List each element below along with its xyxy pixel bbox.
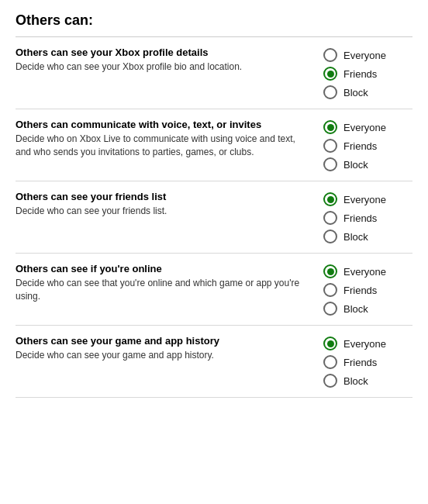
radio-option-game-history-friends[interactable]: Friends bbox=[323, 355, 412, 369]
radio-circle-communicate-block bbox=[323, 157, 337, 171]
setting-row-game-history: Others can see your game and app history… bbox=[16, 326, 412, 398]
radio-circle-xbox-profile-friends bbox=[323, 67, 337, 81]
radio-circle-online-status-everyone bbox=[323, 264, 337, 278]
radio-circle-game-history-everyone bbox=[323, 337, 337, 350]
radio-option-xbox-profile-friends[interactable]: Friends bbox=[323, 67, 412, 81]
setting-text-friends-list: Others can see your friends listDecide w… bbox=[16, 191, 323, 218]
setting-row-friends-list: Others can see your friends listDecide w… bbox=[16, 181, 412, 254]
radio-option-communicate-block[interactable]: Block bbox=[323, 157, 412, 171]
setting-label-xbox-profile: Others can see your Xbox profile details bbox=[16, 47, 308, 58]
settings-container: Others can see your Xbox profile details… bbox=[16, 37, 412, 398]
setting-text-online-status: Others can see if you're onlineDecide wh… bbox=[16, 263, 323, 303]
setting-desc-friends-list: Decide who can see your friends list. bbox=[16, 205, 308, 218]
radio-inner-game-history-everyone bbox=[327, 340, 334, 347]
radio-group-friends-list: EveryoneFriendsBlock bbox=[323, 191, 412, 243]
radio-label-online-status-block: Block bbox=[343, 303, 368, 315]
radio-inner-online-status-everyone bbox=[327, 268, 334, 275]
radio-option-communicate-friends[interactable]: Friends bbox=[323, 139, 412, 153]
radio-circle-online-status-friends bbox=[323, 283, 337, 297]
radio-option-xbox-profile-everyone[interactable]: Everyone bbox=[323, 48, 412, 62]
radio-option-game-history-block[interactable]: Block bbox=[323, 374, 412, 388]
radio-option-friends-list-friends[interactable]: Friends bbox=[323, 211, 412, 225]
setting-text-game-history: Others can see your game and app history… bbox=[16, 335, 323, 362]
setting-row-online-status: Others can see if you're onlineDecide wh… bbox=[16, 254, 412, 326]
radio-option-online-status-block[interactable]: Block bbox=[323, 302, 412, 316]
setting-text-xbox-profile: Others can see your Xbox profile details… bbox=[16, 47, 323, 74]
radio-circle-xbox-profile-everyone bbox=[323, 48, 337, 62]
radio-circle-xbox-profile-block bbox=[323, 85, 337, 99]
radio-group-xbox-profile: EveryoneFriendsBlock bbox=[323, 47, 412, 99]
radio-inner-xbox-profile-friends bbox=[327, 71, 334, 78]
radio-label-game-history-block: Block bbox=[343, 375, 368, 387]
section-title: Others can: bbox=[16, 12, 412, 29]
setting-desc-xbox-profile: Decide who can see your Xbox profile bio… bbox=[16, 60, 308, 74]
setting-text-communicate: Others can communicate with voice, text,… bbox=[16, 119, 323, 159]
radio-circle-friends-list-everyone bbox=[323, 192, 337, 206]
setting-desc-communicate: Decide who on Xbox Live to communicate w… bbox=[16, 133, 308, 159]
radio-circle-game-history-friends bbox=[323, 355, 337, 369]
radio-option-online-status-everyone[interactable]: Everyone bbox=[323, 264, 412, 278]
radio-inner-communicate-everyone bbox=[327, 124, 334, 131]
radio-option-communicate-everyone[interactable]: Everyone bbox=[323, 120, 412, 134]
setting-desc-online-status: Decide who can see that you're online an… bbox=[16, 277, 308, 303]
setting-row-communicate: Others can communicate with voice, text,… bbox=[16, 109, 412, 181]
radio-circle-communicate-everyone bbox=[323, 120, 337, 134]
radio-label-online-status-friends: Friends bbox=[343, 285, 377, 296]
radio-option-friends-list-everyone[interactable]: Everyone bbox=[323, 192, 412, 206]
radio-option-online-status-friends[interactable]: Friends bbox=[323, 283, 412, 297]
radio-circle-communicate-friends bbox=[323, 139, 337, 153]
radio-group-communicate: EveryoneFriendsBlock bbox=[323, 119, 412, 171]
radio-label-friends-list-everyone: Everyone bbox=[343, 194, 386, 205]
radio-label-friends-list-block: Block bbox=[343, 231, 368, 243]
radio-label-xbox-profile-block: Block bbox=[343, 87, 368, 98]
setting-desc-game-history: Decide who can see your game and app his… bbox=[16, 349, 308, 362]
radio-circle-friends-list-block bbox=[323, 230, 337, 243]
radio-circle-online-status-block bbox=[323, 302, 337, 316]
setting-label-communicate: Others can communicate with voice, text,… bbox=[16, 119, 308, 130]
radio-inner-friends-list-everyone bbox=[327, 196, 334, 203]
radio-label-game-history-everyone: Everyone bbox=[343, 338, 386, 350]
setting-label-game-history: Others can see your game and app history bbox=[16, 335, 308, 347]
setting-row-xbox-profile: Others can see your Xbox profile details… bbox=[16, 37, 412, 109]
radio-group-online-status: EveryoneFriendsBlock bbox=[323, 263, 412, 316]
radio-option-xbox-profile-block[interactable]: Block bbox=[323, 85, 412, 99]
page-container: Others can: Others can see your Xbox pro… bbox=[0, 0, 428, 410]
setting-label-online-status: Others can see if you're online bbox=[16, 263, 308, 274]
radio-label-xbox-profile-everyone: Everyone bbox=[343, 50, 386, 61]
radio-circle-friends-list-friends bbox=[323, 211, 337, 225]
radio-label-communicate-block: Block bbox=[343, 159, 368, 171]
radio-option-friends-list-block[interactable]: Block bbox=[323, 230, 412, 243]
radio-label-communicate-everyone: Everyone bbox=[343, 122, 386, 133]
radio-group-game-history: EveryoneFriendsBlock bbox=[323, 335, 412, 388]
radio-circle-game-history-block bbox=[323, 374, 337, 388]
radio-option-game-history-everyone[interactable]: Everyone bbox=[323, 337, 412, 350]
radio-label-friends-list-friends: Friends bbox=[343, 212, 377, 224]
radio-label-online-status-everyone: Everyone bbox=[343, 266, 386, 278]
radio-label-xbox-profile-friends: Friends bbox=[343, 68, 377, 80]
radio-label-communicate-friends: Friends bbox=[343, 140, 377, 152]
radio-label-game-history-friends: Friends bbox=[343, 357, 377, 368]
setting-label-friends-list: Others can see your friends list bbox=[16, 191, 308, 202]
